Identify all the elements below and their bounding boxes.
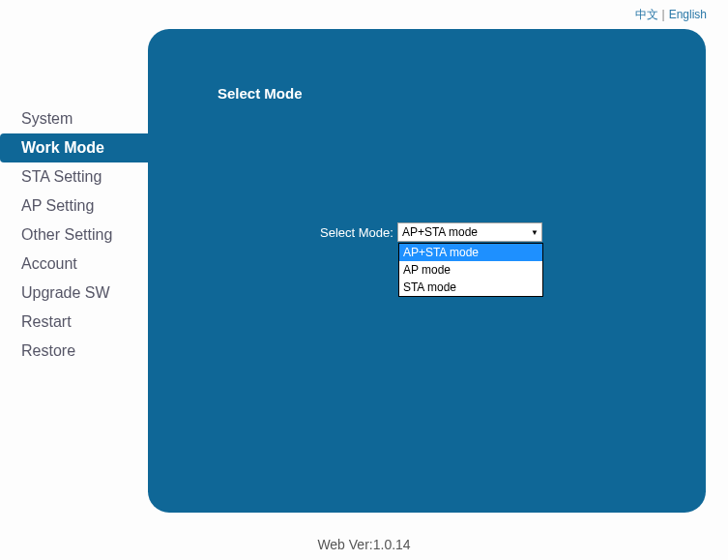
dropdown-option[interactable]: STA mode: [399, 279, 542, 296]
sidebar-item-work-mode[interactable]: Work Mode: [0, 133, 155, 162]
sidebar-item-sta-setting[interactable]: STA Setting: [0, 162, 148, 192]
panel-title: Select Mode: [218, 85, 303, 102]
select-mode-dropdown[interactable]: AP+STA mode ▼ AP+STA modeAP modeSTA mode: [397, 222, 542, 242]
sidebar-item-ap-setting[interactable]: AP Setting: [0, 192, 148, 221]
sidebar-item-restore[interactable]: Restore: [0, 337, 148, 366]
lang-alt-link[interactable]: 中文: [635, 7, 658, 23]
top-bar: 中文 | English: [0, 0, 728, 29]
sidebar-item-restart[interactable]: Restart: [0, 308, 148, 337]
select-mode-options: AP+STA modeAP modeSTA mode: [398, 243, 543, 297]
sidebar-item-account[interactable]: Account: [0, 250, 148, 279]
sidebar-item-system[interactable]: System: [0, 104, 148, 133]
main-panel: Select Mode Select Mode: AP+STA mode ▼ A…: [148, 29, 706, 513]
chevron-down-icon: ▼: [531, 228, 539, 237]
dropdown-option[interactable]: AP+STA mode: [399, 244, 542, 261]
sidebar: SystemWork ModeSTA SettingAP SettingOthe…: [0, 104, 148, 366]
lang-separator: |: [662, 8, 665, 21]
sidebar-item-upgrade-sw[interactable]: Upgrade SW: [0, 279, 148, 308]
footer-version: Web Ver:1.0.14: [0, 537, 728, 552]
dropdown-option[interactable]: AP mode: [399, 261, 542, 279]
sidebar-item-other-setting[interactable]: Other Setting: [0, 221, 148, 250]
select-mode-label: Select Mode:: [320, 225, 393, 240]
lang-english-link[interactable]: English: [669, 8, 707, 21]
select-mode-value: AP+STA mode: [402, 225, 478, 239]
